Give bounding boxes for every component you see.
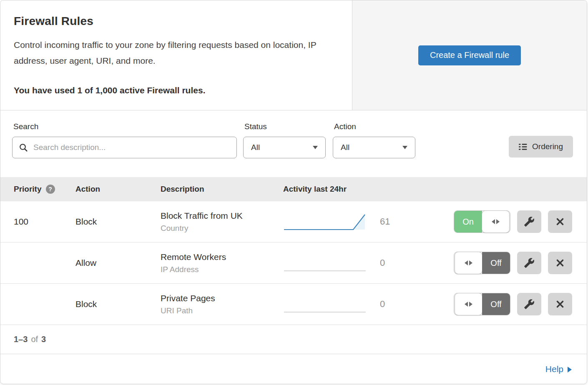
edit-rule-button[interactable] xyxy=(517,293,541,315)
page-header: Firewall Rules Control incoming traffic … xyxy=(0,0,587,110)
rule-toggle[interactable]: On xyxy=(454,210,510,233)
action-select-value: All xyxy=(341,143,349,152)
table-row: Block Private Pages URI Path 0 Off xyxy=(0,284,587,325)
page-header-action-panel: Create a Firewall rule xyxy=(352,0,587,110)
wrench-icon xyxy=(524,299,535,310)
rule-match-type: Country xyxy=(161,224,283,233)
activity-sparkline xyxy=(283,253,367,272)
page-header-text: Firewall Rules Control incoming traffic … xyxy=(0,0,352,110)
rule-toggle[interactable]: Off xyxy=(454,252,510,274)
pagination-total: 3 xyxy=(41,335,46,344)
x-icon xyxy=(555,217,565,227)
rule-action: Allow xyxy=(75,258,161,268)
caret-down-icon xyxy=(313,146,318,149)
rule-match-type: URI Path xyxy=(161,306,283,315)
toggle-state-label: Off xyxy=(482,252,510,274)
left-right-arrows-icon xyxy=(455,252,482,274)
left-right-arrows-icon xyxy=(455,293,482,315)
caret-down-icon xyxy=(402,146,407,149)
activity-count: 61 xyxy=(380,216,405,227)
activity-count: 0 xyxy=(380,299,405,310)
rule-description: Remote Workers xyxy=(161,252,283,262)
column-header-action: Action xyxy=(75,185,161,194)
ordering-button-label: Ordering xyxy=(532,142,563,151)
page-title: Firewall Rules xyxy=(14,15,335,28)
help-link-label: Help xyxy=(545,364,563,374)
search-label: Search xyxy=(12,122,237,131)
filter-bar: Search Status All Action All xyxy=(0,110,587,177)
create-firewall-rule-button[interactable]: Create a Firewall rule xyxy=(418,45,521,65)
edit-rule-button[interactable] xyxy=(517,252,541,274)
action-label: Action xyxy=(333,122,415,131)
pagination-of: of xyxy=(31,335,38,344)
search-icon xyxy=(19,143,28,152)
help-link[interactable]: Help xyxy=(545,364,572,374)
column-header-activity: Activity last 24hr xyxy=(283,185,587,194)
action-select[interactable]: All xyxy=(333,137,415,158)
pagination-range: 1–3 xyxy=(14,335,28,344)
delete-rule-button[interactable] xyxy=(548,293,572,315)
activity-count: 0 xyxy=(380,258,405,268)
table-row: Allow Remote Workers IP Address 0 Off xyxy=(0,242,587,284)
help-bar: Help xyxy=(0,354,587,384)
status-select[interactable]: All xyxy=(243,137,326,158)
toggle-state-label: On xyxy=(454,211,482,232)
rule-match-type: IP Address xyxy=(161,265,283,274)
firewall-rules-page: Firewall Rules Control incoming traffic … xyxy=(0,0,587,384)
pagination-bar: 1–3 of 3 xyxy=(0,325,587,354)
ordering-button[interactable]: Ordering xyxy=(509,136,573,158)
left-right-arrows-icon xyxy=(482,210,510,233)
search-input[interactable] xyxy=(12,137,237,158)
table-header: Priority ? Action Description Activity l… xyxy=(0,177,587,201)
edit-rule-button[interactable] xyxy=(517,210,541,233)
toggle-state-label: Off xyxy=(482,293,510,315)
delete-rule-button[interactable] xyxy=(548,210,572,233)
rule-action: Block xyxy=(75,217,161,227)
activity-sparkline xyxy=(283,212,367,231)
x-icon xyxy=(555,258,565,268)
triangle-right-icon xyxy=(568,367,572,372)
rule-priority: 100 xyxy=(0,217,75,227)
rule-description: Private Pages xyxy=(161,293,283,303)
column-header-description: Description xyxy=(161,185,283,194)
rule-toggle[interactable]: Off xyxy=(454,293,510,315)
status-label: Status xyxy=(243,122,326,131)
delete-rule-button[interactable] xyxy=(548,252,572,274)
x-icon xyxy=(555,299,565,309)
column-header-priority: Priority xyxy=(14,185,42,194)
wrench-icon xyxy=(524,258,535,268)
rule-action: Block xyxy=(75,299,161,309)
rule-description: Block Traffic from UK xyxy=(161,211,283,221)
activity-sparkline xyxy=(283,295,367,314)
list-icon xyxy=(519,143,527,150)
priority-help-icon[interactable]: ? xyxy=(46,185,55,194)
usage-note: You have used 1 of 1,000 active Firewall… xyxy=(14,85,335,95)
status-select-value: All xyxy=(251,143,260,152)
wrench-icon xyxy=(524,216,535,227)
table-row: 100 Block Block Traffic from UK Country … xyxy=(0,201,587,242)
page-description: Control incoming traffic to your zone by… xyxy=(14,37,335,69)
